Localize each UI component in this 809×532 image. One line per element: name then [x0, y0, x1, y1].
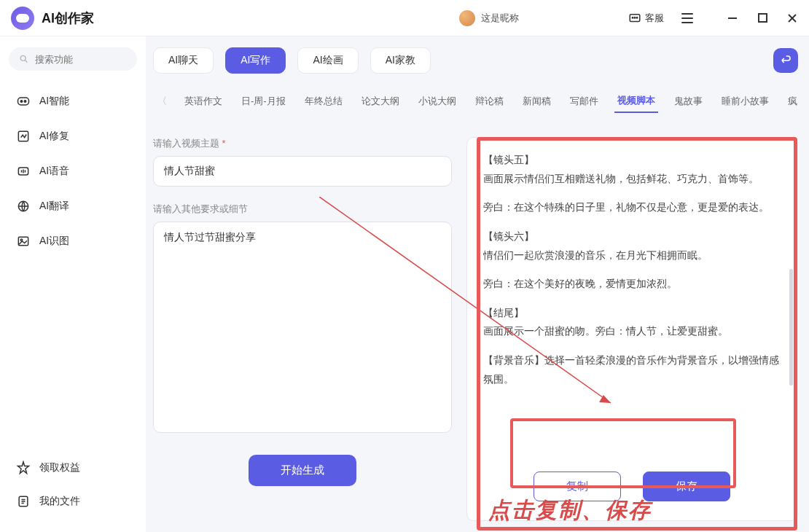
input-panel: 请输入视频主题 请输入其他要求或细节 开始生成 — [153, 137, 452, 521]
sidebar-item-label: AI语音 — [39, 165, 69, 178]
sidebar-item-label: 领取权益 — [39, 461, 80, 474]
repair-icon — [16, 129, 31, 144]
voice-icon — [16, 164, 31, 179]
support-button[interactable]: 客服 — [621, 9, 671, 28]
sidebar-item-label: 我的文件 — [39, 495, 80, 508]
svg-point-8 — [20, 55, 26, 60]
category-item[interactable]: 新闻稿 — [520, 90, 554, 112]
svg-point-11 — [20, 101, 23, 103]
scene-body: 画面展示一个甜蜜的吻。旁白：情人节，让爱更甜蜜。 — [483, 326, 728, 337]
app-title: AI创作家 — [42, 9, 94, 27]
save-button[interactable]: 保存 — [643, 472, 730, 501]
tab-chat[interactable]: AI聊天 — [153, 47, 214, 74]
bgm-text: 【背景音乐】选择一首轻柔浪漫的音乐作为背景音乐，以增强情感氛围。 — [483, 351, 782, 388]
user-nickname: 这是昵称 — [481, 12, 519, 25]
generate-button[interactable]: 开始生成 — [249, 455, 356, 486]
narration: 旁白：在这个特殊的日子里，礼物不仅是心意，更是爱的表达。 — [483, 198, 782, 217]
category-item[interactable]: 小说大纲 — [415, 90, 459, 112]
main-content: AI聊天 AI写作 AI绘画 AI家教 〈 英语作文 日-周-月报 年终总结 论… — [146, 36, 809, 532]
maximize-button[interactable] — [757, 12, 768, 24]
output-text: 【镜头五】画面展示情侣们互相赠送礼物，包括鲜花、巧克力、首饰等。 旁白：在这个特… — [483, 151, 782, 450]
sidebar-item-ai-repair[interactable]: AI修复 — [9, 120, 137, 152]
translate-icon — [16, 199, 31, 214]
svg-line-9 — [26, 60, 28, 63]
search-box[interactable] — [9, 47, 137, 71]
svg-rect-5 — [759, 14, 767, 22]
sidebar-item-label: AI翻译 — [39, 200, 69, 213]
tab-tutor[interactable]: AI家教 — [370, 47, 431, 74]
user-avatar-icon[interactable] — [459, 10, 475, 26]
scene-title: 【镜头六】 — [483, 231, 534, 242]
rectangle-icon — [16, 94, 31, 109]
search-icon — [19, 53, 29, 65]
sidebar-item-ai-translate[interactable]: AI翻译 — [9, 190, 137, 222]
annotation-text: 点击复制、保存 — [488, 496, 652, 525]
close-button[interactable] — [786, 12, 798, 24]
svg-point-2 — [634, 17, 636, 18]
scrollbar[interactable] — [789, 269, 793, 386]
sidebar-item-label: AI智能 — [39, 95, 69, 108]
category-item[interactable]: 日-周-月报 — [238, 90, 289, 112]
svg-point-1 — [632, 17, 633, 18]
topic-input[interactable] — [153, 156, 452, 187]
return-icon — [779, 54, 792, 67]
image-icon — [16, 234, 31, 249]
sidebar-item-ai-voice[interactable]: AI语音 — [9, 155, 137, 187]
category-item[interactable]: 英语作文 — [181, 90, 225, 112]
tab-draw[interactable]: AI绘画 — [297, 47, 358, 74]
sidebar-item-rewards[interactable]: 领取权益 — [9, 452, 137, 484]
category-item[interactable]: 鬼故事 — [671, 90, 706, 112]
details-textarea[interactable] — [153, 222, 452, 433]
sidebar: AI智能 AI修复 AI语音 AI翻译 AI识图 领取权益 我的文件 — [0, 36, 146, 532]
history-button[interactable] — [773, 48, 798, 73]
category-item[interactable]: 年终总结 — [302, 90, 345, 112]
category-item[interactable]: 论文大纲 — [359, 90, 402, 112]
category-item[interactable]: 睡前小故事 — [719, 90, 772, 112]
mode-tabs: AI聊天 AI写作 AI绘画 AI家教 — [153, 47, 798, 74]
svg-point-12 — [24, 101, 26, 103]
minimize-button[interactable] — [727, 12, 738, 24]
star-icon — [16, 461, 31, 475]
scene-body: 画面展示情侣们互相赠送礼物，包括鲜花、巧克力、首饰等。 — [483, 173, 759, 184]
file-icon — [16, 494, 31, 509]
output-panel: 【镜头五】画面展示情侣们互相赠送礼物，包括鲜花、巧克力、首饰等。 旁白：在这个特… — [466, 137, 799, 521]
sidebar-item-label: AI识图 — [39, 235, 69, 248]
titlebar: AI创作家 这是昵称 客服 — [0, 0, 809, 36]
tab-write[interactable]: AI写作 — [225, 47, 286, 74]
category-item[interactable]: 写邮件 — [567, 90, 601, 112]
category-item[interactable]: 辩论稿 — [472, 90, 507, 112]
sidebar-item-my-files[interactable]: 我的文件 — [9, 485, 137, 517]
category-item-active[interactable]: 视频脚本 — [614, 90, 658, 113]
app-logo-icon — [11, 7, 34, 30]
support-label: 客服 — [645, 12, 664, 25]
sidebar-item-label: AI修复 — [39, 130, 69, 143]
narration: 旁白：在这个美好的夜晚，爱情更加浓烈。 — [483, 275, 782, 294]
sidebar-item-ai-image[interactable]: AI识图 — [9, 225, 137, 257]
scene-body: 情侣们一起欣赏浪漫的音乐，在月光下相拥而眠。 — [483, 250, 708, 261]
sidebar-item-ai-smart[interactable]: AI智能 — [9, 85, 137, 117]
hamburger-menu-button[interactable] — [677, 8, 697, 28]
category-prev-button[interactable]: 〈 — [156, 95, 168, 108]
topic-label: 请输入视频主题 — [153, 137, 452, 150]
scene-title: 【结尾】 — [483, 308, 524, 318]
svg-point-3 — [636, 17, 638, 18]
search-input[interactable] — [35, 54, 127, 65]
category-item[interactable]: 疯 — [785, 90, 800, 112]
chat-icon — [628, 12, 641, 25]
details-label: 请输入其他要求或细节 — [153, 203, 452, 216]
category-row: 〈 英语作文 日-周-月报 年终总结 论文大纲 小说大纲 辩论稿 新闻稿 写邮件… — [153, 82, 798, 122]
svg-rect-10 — [18, 98, 29, 105]
scene-title: 【镜头五】 — [483, 154, 534, 165]
